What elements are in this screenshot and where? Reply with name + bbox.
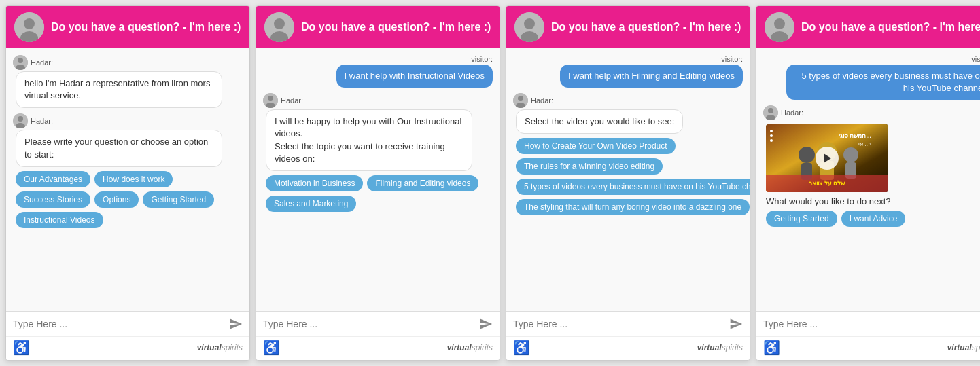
message-row: visitor: I want help with Instructional … <box>263 55 493 88</box>
accessibility-icon-4: ♿ <box>763 340 780 356</box>
option-btn-filming[interactable]: Filming and Editing videos <box>367 175 478 191</box>
option-btn-instructional-videos[interactable]: Instructional Videos <box>16 212 103 228</box>
header-avatar-4 <box>765 12 794 42</box>
option-btn-sales-marketing[interactable]: Sales and Marketing <box>266 196 356 212</box>
accessibility-icon-3: ♿ <box>513 340 530 356</box>
chat-header-3: Do you have a question? - I'm here :) <box>506 6 750 48</box>
video-thumbnail[interactable]: חמשת סוגי... י׳...אי שלנו על צוואר <box>766 124 888 192</box>
svg-point-16 <box>524 18 535 29</box>
agent-label: Hadar: <box>513 93 743 108</box>
svg-point-25 <box>768 108 773 113</box>
message-row: visitor: 5 types of videos every busines… <box>763 55 980 100</box>
svg-text:י׳...אי: י׳...אי <box>858 141 871 147</box>
option-btn-styling[interactable]: The styling that will turn any boring vi… <box>516 199 750 215</box>
svg-point-32 <box>843 147 858 162</box>
option-btn-motivation[interactable]: Motivation in Business <box>266 175 363 191</box>
svg-text:שלנו על צוואר: שלנו על צוואר <box>809 180 845 187</box>
option-btn-our-advantages[interactable]: Our Advantages <box>16 171 90 187</box>
option-buttons-row: Our Advantages How does it work Success … <box>16 171 243 228</box>
chat-input-area-1 <box>6 311 249 336</box>
option-btn-getting-started-4[interactable]: Getting Started <box>766 211 837 227</box>
chat-messages-3: visitor: I want help with Filming and Ed… <box>506 48 750 311</box>
chat-header-text-3: Do you have a question? - I'm here :) <box>551 21 741 33</box>
header-avatar-1 <box>14 12 44 42</box>
chat-header-text-2: Do you have a question? - I'm here :) <box>301 21 491 33</box>
agent-avatar-small <box>263 93 278 108</box>
accessibility-icon-2: ♿ <box>263 340 280 356</box>
svg-point-7 <box>18 116 23 122</box>
svg-marker-41 <box>824 153 831 163</box>
agent-bubble: Select the video you would like to see: <box>516 109 683 134</box>
chat-input-3[interactable] <box>513 318 724 329</box>
option-btn-want-advice[interactable]: I want Advice <box>841 211 906 227</box>
svg-point-40 <box>770 139 773 142</box>
agent-name: Hadar: <box>31 117 53 125</box>
send-button-3[interactable] <box>729 317 743 331</box>
message-row: Hadar: hello i'm Hadar a representative … <box>13 55 243 108</box>
svg-point-1 <box>24 18 35 29</box>
what-next-text: What would you like to do next? <box>766 196 980 206</box>
chat-header-4: Do you have a question? - I'm here :) <box>756 6 980 48</box>
chat-header-1: Do you have a question? - I'm here :) <box>6 6 249 48</box>
chat-messages-2: visitor: I want help with Instructional … <box>256 48 500 311</box>
option-btn-how-does-it-work[interactable]: How does it work <box>94 171 173 187</box>
brand-text-4: virtualspirits <box>947 343 980 352</box>
chat-messages-1: Hadar: hello i'm Hadar a representative … <box>6 48 249 311</box>
agent-name: Hadar: <box>531 96 553 105</box>
brand-text-1: virtualspirits <box>197 343 243 352</box>
option-btn-create-video[interactable]: How to Create Your Own Video Product <box>516 138 676 154</box>
chat-input-2[interactable] <box>263 318 474 329</box>
visitor-bubble: I want help with Instructional Videos <box>336 65 493 88</box>
message-row: Hadar: I will be happy to help you with … <box>263 93 493 212</box>
agent-label: Hadar: <box>13 55 243 70</box>
chat-widget-2: Do you have a question? - I'm here :) vi… <box>256 5 500 361</box>
brand-text-3: virtualspirits <box>697 343 743 352</box>
chat-widget-3: Do you have a question? - I'm here :) vi… <box>506 5 750 361</box>
chat-widget-4: Do you have a question? - I'm here :) vi… <box>756 5 980 361</box>
svg-point-10 <box>274 18 285 29</box>
agent-avatar-small <box>13 113 28 128</box>
chat-input-area-2 <box>256 311 500 336</box>
svg-point-39 <box>770 134 773 137</box>
option-btn-5types[interactable]: 5 types of videos every business must ha… <box>516 179 750 195</box>
visitor-bubble: I want help with Filming and Editing vid… <box>560 65 743 88</box>
svg-point-22 <box>774 18 785 29</box>
send-button-1[interactable] <box>229 317 243 331</box>
svg-point-4 <box>18 58 23 63</box>
header-avatar-3 <box>514 12 544 42</box>
option-buttons-row: Getting Started I want Advice <box>766 211 980 227</box>
visitor-bubble: 5 types of videos every business must ha… <box>786 65 980 100</box>
chat-input-4[interactable] <box>763 318 974 329</box>
brand-text-2: virtualspirits <box>447 343 493 352</box>
chat-footer-1: ♿ virtualspirits <box>6 336 249 360</box>
svg-point-13 <box>268 96 273 101</box>
chat-footer-4: ♿ virtualspirits <box>756 336 980 360</box>
agent-avatar-small <box>13 55 28 70</box>
agent-label: Hadar: <box>13 113 243 128</box>
visitor-label: visitor: <box>763 55 980 63</box>
option-buttons-row: How to Create Your Own Video Product The… <box>516 138 743 215</box>
chat-input-1[interactable] <box>13 318 224 329</box>
option-btn-success-stories[interactable]: Success Stories <box>16 191 90 208</box>
chat-input-area-3 <box>506 311 750 336</box>
agent-name: Hadar: <box>781 109 803 117</box>
agent-bubble: I will be happy to help you with Our Ins… <box>266 109 472 171</box>
accessibility-icon-1: ♿ <box>13 340 30 356</box>
chat-footer-2: ♿ virtualspirits <box>256 336 500 360</box>
option-btn-options[interactable]: Options <box>94 191 139 208</box>
header-avatar-2 <box>264 12 294 42</box>
option-btn-winning-editing[interactable]: The rules for a winning video editing <box>516 158 663 175</box>
send-button-2[interactable] <box>479 317 493 331</box>
agent-name: Hadar: <box>281 96 303 105</box>
option-btn-getting-started[interactable]: Getting Started <box>143 191 214 208</box>
svg-text:חמשת סוגי...: חמשת סוגי... <box>839 132 871 139</box>
chat-input-area-4 <box>756 311 980 336</box>
message-row: Hadar: Please write your question or cho… <box>13 113 243 227</box>
agent-avatar-small <box>763 105 778 120</box>
svg-point-19 <box>518 96 523 101</box>
chat-header-2: Do you have a question? - I'm here :) <box>256 6 500 48</box>
message-row: Hadar: Select the video you would like t… <box>513 93 743 215</box>
agent-bubble: Please write your question or choose an … <box>16 130 222 166</box>
visitor-label: visitor: <box>263 55 493 63</box>
chat-header-text-1: Do you have a question? - I'm here :) <box>51 21 241 33</box>
